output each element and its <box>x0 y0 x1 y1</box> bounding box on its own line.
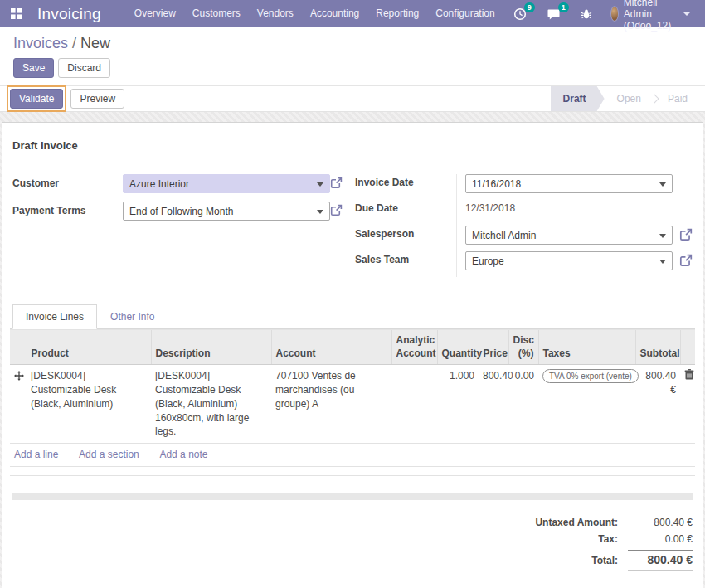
salesperson-label: Salesperson <box>355 226 456 251</box>
salesperson-cell: Mitchell Admin <box>456 226 693 251</box>
invoice-date-field[interactable]: 11/16/2018 <box>465 174 673 193</box>
validate-button[interactable]: Validate <box>10 89 63 109</box>
menu-vendors[interactable]: Vendors <box>249 0 302 27</box>
taxes-column-header[interactable]: Taxes <box>538 330 635 365</box>
cell-quantity[interactable]: 1.000 <box>437 365 479 444</box>
messages-button[interactable]: 1 <box>537 0 571 27</box>
apps-menu-button[interactable] <box>0 0 32 27</box>
add-a-section-link[interactable]: Add a section <box>79 449 139 460</box>
table-footer-row: Add a line Add a section Add a note <box>10 444 695 467</box>
chevron-down-icon <box>683 12 690 16</box>
due-date-value: 12/31/2018 <box>465 200 515 214</box>
payment-terms-external-link-icon[interactable] <box>330 204 343 216</box>
invoice-line-row[interactable]: [DESK0004] Customizable Desk (Black, Alu… <box>10 365 695 444</box>
account-column-header[interactable]: Account <box>271 330 391 365</box>
subtotal-column-header[interactable]: Subtotal <box>635 330 680 365</box>
tax-label: Tax: <box>473 533 628 545</box>
dropdown-caret-icon <box>659 182 666 187</box>
breadcrumb-separator: / <box>68 35 80 51</box>
breadcrumb: Invoices / New <box>0 27 705 58</box>
systray: 9 1 Mitchell Admin (Odoo_12) <box>503 0 697 27</box>
menu-configuration[interactable]: Configuration <box>427 0 503 27</box>
payment-terms-field[interactable]: End of Following Month <box>123 202 330 221</box>
due-date-cell: 12/31/2018 <box>456 200 693 226</box>
activities-button[interactable]: 9 <box>503 0 537 27</box>
menu-overview[interactable]: Overview <box>126 0 184 27</box>
due-date-label: Due Date <box>355 200 456 226</box>
app-title[interactable]: Invoicing <box>37 5 101 23</box>
tab-invoice-lines[interactable]: Invoice Lines <box>12 304 97 329</box>
untaxed-amount-value: 800.40 € <box>628 517 693 528</box>
status-step-paid[interactable]: Paid <box>655 86 700 111</box>
cell-analytic-account[interactable] <box>391 365 437 444</box>
cell-product[interactable]: [DESK0004] Customizable Desk (Black, Alu… <box>27 365 151 444</box>
quantity-column-header[interactable]: Quantity <box>437 330 479 365</box>
tab-other-info[interactable]: Other Info <box>97 304 168 329</box>
handle-column-header <box>10 330 27 365</box>
discard-button[interactable]: Discard <box>58 58 110 78</box>
status-step-draft[interactable]: Draft <box>551 86 605 111</box>
preview-button[interactable]: Preview <box>70 89 124 109</box>
salesperson-external-link-icon[interactable] <box>679 228 693 241</box>
validate-onboarding-highlight: Validate <box>7 85 66 112</box>
control-panel-buttons: Save Discard <box>0 58 705 86</box>
save-button[interactable]: Save <box>13 58 54 78</box>
sales-team-field[interactable]: Europe <box>465 251 673 270</box>
price-column-header[interactable]: Price <box>479 330 508 365</box>
activities-badge: 9 <box>524 2 535 12</box>
form-right-group: Invoice Date 11/16/2018 Due Date 12/31/2… <box>355 174 693 277</box>
debug-button[interactable] <box>571 0 602 27</box>
statusbar-actions: Validate Preview <box>0 85 124 112</box>
cell-price[interactable]: 800.40 <box>479 365 508 444</box>
customer-value: Azure Interior <box>129 178 189 190</box>
customer-field[interactable]: Azure Interior <box>123 174 330 193</box>
status-steps: Draft Open Paid <box>551 86 700 111</box>
customer-label: Customer <box>12 174 123 189</box>
tax-row: Tax: 0.00 € <box>473 533 693 545</box>
add-a-line-link[interactable]: Add a line <box>14 449 58 460</box>
status-step-open[interactable]: Open <box>605 86 654 111</box>
salesperson-field[interactable]: Mitchell Admin <box>465 226 673 245</box>
description-column-header[interactable]: Description <box>151 330 271 365</box>
content-background: Draft Invoice Customer Azure Interior Pa… <box>0 112 705 588</box>
payment-terms-label: Payment Terms <box>12 202 123 216</box>
drag-handle[interactable] <box>10 365 27 444</box>
total-label: Total: <box>473 555 628 566</box>
menu-customers[interactable]: Customers <box>184 0 249 27</box>
discount-column-header[interactable]: Disc (%) <box>508 330 538 365</box>
add-a-note-link[interactable]: Add a note <box>159 449 207 460</box>
form-fields: Customer Azure Interior Payment Terms En… <box>10 174 695 277</box>
product-column-header[interactable]: Product <box>27 330 151 365</box>
totals-block: Untaxed Amount: 800.40 € Tax: 0.00 € Tot… <box>473 517 693 571</box>
cell-account[interactable]: 707100 Ventes de marchandises (ou groupe… <box>271 365 391 444</box>
trash-icon <box>684 369 691 380</box>
invoice-date-value: 11/16/2018 <box>472 178 521 190</box>
analytic-account-column-header[interactable]: Analytic Account <box>391 330 437 365</box>
tax-tag[interactable]: TVA 0% export (vente) <box>542 369 639 383</box>
form-statusbar: Validate Preview Draft Open Paid <box>0 86 705 112</box>
sheet-title: Draft Invoice <box>10 136 695 152</box>
customer-row: Customer Azure Interior <box>12 174 355 193</box>
menu-reporting[interactable]: Reporting <box>367 0 427 27</box>
delete-line-button[interactable] <box>680 365 695 444</box>
total-value: 800.40 € <box>628 550 693 571</box>
cell-subtotal[interactable]: 800.40 € <box>635 365 680 444</box>
form-sheet: Draft Invoice Customer Azure Interior Pa… <box>2 122 703 588</box>
menu-accounting[interactable]: Accounting <box>302 0 367 27</box>
cell-description[interactable]: [DESK0004] Customizable Desk (Black, Alu… <box>151 365 271 444</box>
section-separator <box>12 493 693 500</box>
sales-team-external-link-icon[interactable] <box>679 254 693 267</box>
messages-badge: 1 <box>558 2 569 12</box>
total-row: Total: 800.40 € <box>473 550 693 571</box>
salesperson-value: Mitchell Admin <box>472 230 536 241</box>
apps-grid-icon <box>11 8 22 19</box>
tax-value: 0.00 € <box>628 533 693 545</box>
dropdown-caret-icon <box>659 234 666 238</box>
invoice-lines-table: Product Description Account Analytic Acc… <box>10 329 695 476</box>
customer-external-link-icon[interactable] <box>330 177 343 189</box>
user-menu[interactable]: Mitchell Admin (Odoo_12) <box>602 0 697 27</box>
breadcrumb-invoices-link[interactable]: Invoices <box>13 35 68 51</box>
table-header-row: Product Description Account Analytic Acc… <box>10 330 695 365</box>
cell-taxes[interactable]: TVA 0% export (vente) <box>538 365 635 444</box>
user-name: Mitchell Admin (Odoo_12) <box>624 0 678 32</box>
